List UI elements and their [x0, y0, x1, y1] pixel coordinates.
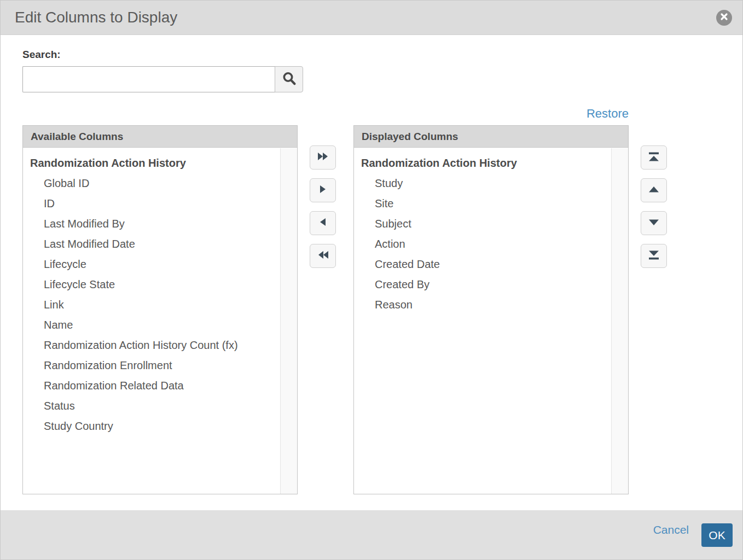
dialog-titlebar: Edit Columns to Display — [1, 1, 742, 35]
scrollbar-track[interactable] — [280, 148, 297, 494]
available-columns-listbox: Available Columns Randomization Action H… — [22, 125, 298, 494]
scrollbar-track[interactable] — [611, 148, 628, 494]
search-button[interactable] — [275, 66, 303, 92]
dialog-title: Edit Columns to Display — [15, 1, 177, 34]
move-up-button[interactable] — [641, 178, 667, 202]
displayed-columns-list: Randomization Action History Study Site … — [354, 148, 611, 494]
close-icon — [720, 13, 728, 23]
list-item[interactable]: Study — [354, 173, 611, 194]
list-item[interactable]: Last Modified Date — [23, 234, 280, 254]
list-item[interactable]: Randomization Action History Count (fx) — [23, 335, 280, 355]
group-label: Randomization Action History — [354, 153, 611, 173]
close-button[interactable] — [716, 10, 732, 26]
edit-columns-dialog: Edit Columns to Display Search: Restore … — [0, 0, 743, 560]
double-arrow-left-icon — [317, 250, 329, 262]
move-to-top-button[interactable] — [641, 145, 667, 170]
arrow-to-top-icon — [648, 151, 660, 164]
list-item[interactable]: Lifecycle State — [23, 275, 280, 295]
move-to-bottom-button[interactable] — [641, 244, 667, 268]
list-item[interactable]: Name — [23, 315, 280, 335]
arrow-to-bottom-icon — [648, 250, 660, 262]
search-label: Search: — [22, 49, 61, 61]
list-item[interactable]: Link — [23, 295, 280, 315]
move-right-button[interactable] — [310, 178, 336, 202]
list-item[interactable]: Randomization Enrollment — [23, 355, 280, 376]
move-all-right-button[interactable] — [310, 145, 336, 170]
group-label: Randomization Action History — [23, 153, 280, 173]
list-item[interactable]: ID — [23, 194, 280, 214]
list-item[interactable]: Created By — [354, 275, 611, 295]
arrow-right-icon — [319, 184, 327, 196]
list-item[interactable]: Status — [23, 396, 280, 416]
move-all-left-button[interactable] — [310, 244, 336, 268]
list-item[interactable]: Site — [354, 194, 611, 214]
list-item[interactable]: Reason — [354, 295, 611, 315]
displayed-columns-header: Displayed Columns — [354, 126, 628, 148]
displayed-columns-listbox: Displayed Columns Randomization Action H… — [353, 125, 629, 494]
list-item[interactable]: Randomization Related Data — [23, 376, 280, 396]
double-arrow-right-icon — [317, 151, 329, 164]
dialog-footer: Cancel OK — [1, 510, 742, 559]
list-item[interactable]: Global ID — [23, 173, 280, 194]
search-input[interactable] — [22, 66, 275, 92]
list-item[interactable]: Lifecycle — [23, 254, 280, 275]
arrow-left-icon — [319, 217, 327, 229]
available-columns-list: Randomization Action History Global ID I… — [23, 148, 280, 494]
arrow-up-icon — [648, 185, 659, 195]
arrow-down-icon — [648, 218, 659, 228]
move-left-button[interactable] — [310, 211, 336, 235]
list-item[interactable]: Action — [354, 234, 611, 254]
ok-button[interactable]: OK — [701, 523, 733, 547]
move-down-button[interactable] — [641, 211, 667, 235]
available-columns-header: Available Columns — [23, 126, 297, 148]
cancel-button[interactable]: Cancel — [653, 523, 689, 536]
list-item[interactable]: Subject — [354, 214, 611, 234]
list-item[interactable]: Last Modified By — [23, 214, 280, 234]
restore-link[interactable]: Restore — [587, 107, 629, 121]
list-item[interactable]: Study Country — [23, 416, 280, 436]
list-item[interactable]: Created Date — [354, 254, 611, 275]
search-icon — [282, 71, 297, 88]
